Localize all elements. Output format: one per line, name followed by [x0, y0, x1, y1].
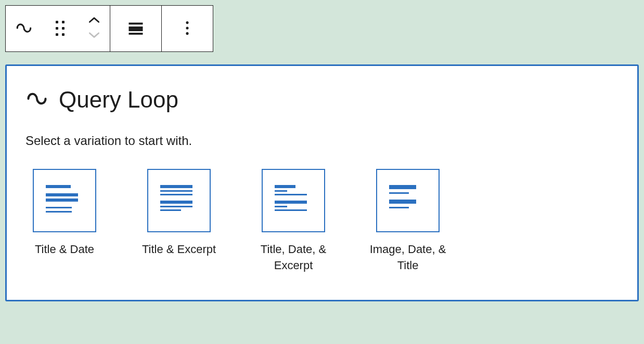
- svg-rect-22: [275, 209, 307, 211]
- svg-rect-26: [389, 207, 409, 208]
- svg-rect-7: [46, 193, 78, 196]
- block-title: Query Loop: [59, 87, 178, 113]
- chevron-down-icon: [87, 31, 101, 41]
- move-down-button[interactable]: [87, 31, 101, 41]
- image-date-title-icon: [376, 169, 440, 232]
- svg-point-5: [186, 32, 188, 34]
- variation-image-date-title[interactable]: Image, Date, & Title: [369, 169, 447, 274]
- variation-title-excerpt[interactable]: Title & Excerpt: [140, 169, 218, 274]
- svg-rect-15: [160, 206, 192, 207]
- svg-rect-6: [46, 185, 71, 188]
- svg-rect-19: [275, 194, 307, 195]
- svg-rect-8: [46, 199, 78, 202]
- svg-rect-24: [389, 192, 409, 194]
- title-date-icon: [33, 169, 96, 232]
- svg-rect-23: [389, 185, 416, 189]
- align-full-icon: [126, 19, 145, 39]
- svg-point-3: [186, 21, 188, 24]
- svg-rect-20: [275, 201, 307, 204]
- block-header: Query Loop: [25, 87, 619, 113]
- svg-point-4: [186, 27, 188, 29]
- variations-list: Title & Date Title & Excerpt: [25, 169, 619, 274]
- drag-handle-button[interactable]: [42, 6, 79, 51]
- title-excerpt-icon: [147, 169, 211, 232]
- variation-title-date-excerpt[interactable]: Title, Date, & Excerpt: [254, 169, 332, 274]
- variation-label: Image, Date, & Title: [369, 242, 447, 274]
- svg-rect-25: [389, 200, 416, 204]
- block-toolbar: [5, 5, 213, 52]
- toolbar-group-block-controls: [6, 6, 110, 51]
- drag-handle-icon: [56, 21, 65, 36]
- toolbar-group-options: [162, 6, 213, 51]
- query-loop-icon: [25, 87, 48, 112]
- ellipsis-vertical-icon: [181, 20, 194, 37]
- block-mover: [79, 16, 110, 41]
- svg-rect-1: [129, 27, 143, 31]
- chevron-up-icon: [87, 16, 101, 27]
- svg-rect-0: [129, 22, 143, 24]
- align-button[interactable]: [110, 6, 161, 51]
- svg-rect-17: [275, 185, 295, 188]
- svg-rect-11: [160, 185, 192, 188]
- svg-rect-21: [275, 206, 287, 207]
- options-button[interactable]: [162, 6, 213, 51]
- svg-rect-14: [160, 201, 192, 204]
- svg-rect-2: [129, 33, 143, 35]
- svg-rect-16: [160, 209, 181, 211]
- toolbar-group-align: [110, 6, 162, 51]
- block-type-button[interactable]: [6, 6, 42, 51]
- query-loop-placeholder: Query Loop Select a variation to start w…: [5, 64, 639, 301]
- block-subtitle: Select a variation to start with.: [25, 134, 619, 148]
- svg-rect-13: [160, 194, 192, 195]
- query-loop-icon: [15, 19, 33, 38]
- variation-label: Title & Excerpt: [142, 242, 216, 258]
- svg-rect-10: [46, 211, 72, 213]
- title-date-excerpt-icon: [262, 169, 325, 232]
- variation-label: Title, Date, & Excerpt: [254, 242, 332, 274]
- variation-title-date[interactable]: Title & Date: [25, 169, 104, 274]
- svg-rect-9: [46, 207, 72, 208]
- variation-label: Title & Date: [35, 242, 94, 258]
- svg-rect-18: [275, 190, 287, 192]
- svg-rect-12: [160, 190, 192, 192]
- move-up-button[interactable]: [87, 16, 101, 27]
